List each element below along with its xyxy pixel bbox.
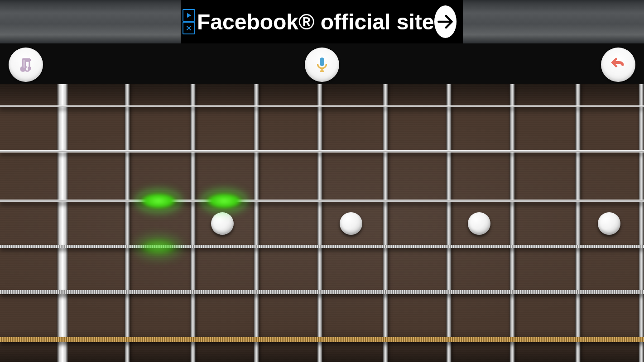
fret-9 (639, 84, 644, 362)
string-1[interactable] (0, 105, 644, 107)
fret-4 (317, 84, 322, 362)
music-note-icon (17, 56, 34, 73)
string-4[interactable] (0, 245, 644, 248)
string-2[interactable] (0, 150, 644, 152)
microphone-icon (313, 56, 331, 73)
finger-marker-fret2-string4 (138, 238, 179, 256)
arrow-right-icon (435, 12, 455, 32)
inlay-dot-fret-7 (468, 212, 490, 235)
finger-marker-fret3-string3 (204, 192, 245, 210)
toolbar (0, 43, 644, 84)
fret-7 (509, 84, 515, 362)
ad-choices[interactable] (183, 9, 195, 34)
inlay-dot-fret-5 (340, 212, 362, 235)
guitar-fretboard[interactable] (0, 84, 644, 362)
microphone-button[interactable] (305, 48, 339, 82)
back-button[interactable] (601, 48, 635, 82)
ad-arrow-button[interactable] (434, 5, 457, 38)
ad-text: Facebook® official site (197, 10, 434, 34)
fret-8 (575, 84, 581, 362)
svg-point-0 (21, 67, 25, 71)
svg-point-1 (28, 67, 31, 70)
ad-banner[interactable]: Facebook® official site (181, 0, 463, 43)
fret-3 (254, 84, 259, 362)
fret-6 (446, 84, 452, 362)
inlay-dot-fret-3 (211, 212, 234, 235)
string-6[interactable] (0, 337, 644, 342)
string-5[interactable] (0, 290, 644, 294)
undo-arrow-icon (610, 56, 627, 73)
inlay-dot-fret-9 (598, 212, 620, 235)
music-button[interactable] (9, 48, 43, 82)
fretboard-nut (57, 84, 68, 362)
fret-5 (383, 84, 388, 362)
string-3[interactable] (0, 200, 644, 202)
ad-close-icon[interactable] (183, 22, 195, 34)
ad-play-icon[interactable] (183, 9, 195, 22)
finger-marker-fret2-string3 (138, 192, 179, 210)
fret-2 (190, 84, 196, 362)
svg-rect-2 (320, 57, 324, 66)
fret-1 (125, 84, 130, 362)
